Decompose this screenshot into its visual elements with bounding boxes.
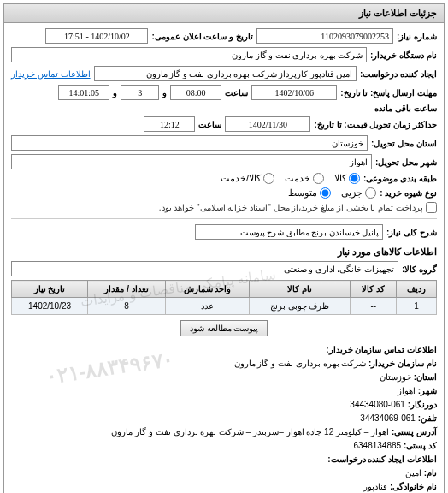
announce-input[interactable]: [45, 28, 148, 44]
radio-both-input[interactable]: [263, 173, 274, 184]
subject-type-label: طبقه بندی موضوعی:: [363, 174, 437, 183]
deadline-label: مهلت ارسال پاسخ: تا تاریخ:: [340, 88, 437, 98]
radio-low-input[interactable]: [365, 187, 376, 199]
radio-kala-label: کالا: [334, 173, 346, 184]
row-subject-type: طبقه بندی موضوعی: کالا خدمت کالا/خدمت: [11, 173, 437, 184]
radio-mid[interactable]: متوسط: [288, 187, 331, 199]
row-province: استان محل تحویل:: [11, 135, 437, 151]
contact-fax: 061-34434080: [350, 400, 405, 409]
subject-radio-group: کالا خدمت کالا/خدمت: [221, 173, 360, 184]
city-label: شهر محل تحویل:: [375, 157, 437, 167]
attachment-row: پیوست مطالعه شود: [11, 320, 437, 336]
th-qty: تعداد / مقدار: [88, 281, 166, 298]
contact-province-label: استان:: [414, 372, 437, 382]
announce-label: تاریخ و ساعت اعلان عمومی:: [151, 32, 252, 41]
group-input[interactable]: [11, 261, 398, 276]
price-deadline-label: حداکثر زمان تحویل قیمت: تا تاریخ:: [314, 120, 437, 129]
contact-link[interactable]: اطلاعات تماس خریدار: [11, 69, 91, 79]
cell-unit: عدد: [166, 298, 250, 315]
and-label-2: و: [113, 88, 117, 98]
city-input[interactable]: [11, 154, 372, 169]
contact-phone: 061-34434069: [360, 413, 416, 423]
need-title-input[interactable]: [195, 224, 383, 240]
purchase-radio-group: جزیی متوسط: [288, 187, 376, 199]
contact-title: اطلاعات تماس سازمان خریدار:: [326, 345, 437, 354]
province-label: استان محل تحویل:: [371, 139, 437, 148]
and-label: و: [162, 88, 167, 98]
requester-label: ایجاد کننده درخواست:: [360, 69, 437, 79]
province-input[interactable]: [11, 135, 368, 151]
row-need-title: شرح کلی نیاز:: [11, 224, 437, 240]
contact-postal: 6348134885: [353, 441, 401, 450]
checkbox-treasury-input[interactable]: [426, 202, 437, 213]
need-number-label: شماره نیاز:: [397, 32, 437, 41]
deadline-date-input[interactable]: [251, 85, 337, 100]
creator-lastname: قنادپور: [363, 482, 387, 491]
attachment-button[interactable]: پیوست مطالعه شود: [180, 320, 268, 336]
contact-phone-label: تلفن:: [418, 413, 437, 423]
time-label-1: ساعت: [225, 88, 248, 98]
row-group: گروه کالا:: [11, 261, 437, 276]
radio-mid-label: متوسط: [288, 187, 317, 199]
row-city: شهر محل تحویل:: [11, 154, 437, 169]
buyer-org-input[interactable]: [11, 47, 367, 62]
panel-title: جزئیات اطلاعات نیاز: [4, 4, 444, 23]
cell-code: --: [351, 298, 397, 315]
row-purchase-type: نوع شیوه خرید : جزیی متوسط پرداخت تمام ی…: [11, 187, 437, 213]
checkbox-treasury[interactable]: پرداخت تمام یا بخشی از مبلغ خرید،از محل …: [159, 202, 437, 213]
cell-row: 1: [397, 298, 437, 315]
radio-kala[interactable]: کالا: [334, 173, 360, 184]
row-deadline: مهلت ارسال پاسخ: تا تاریخ: ساعت و و ساعت…: [11, 85, 437, 113]
need-title-label: شرح کلی نیاز:: [386, 228, 437, 237]
radio-both-label: کالا/خدمت: [221, 173, 261, 184]
requester-input[interactable]: [94, 66, 357, 81]
contact-address: اهواز – کیلومتر 12 جاده اهواز –سربندر – …: [111, 427, 389, 437]
group-label: گروه کالا:: [402, 264, 437, 274]
time-label-2: ساعت: [198, 120, 221, 129]
contact-province: خوزستان: [380, 372, 411, 382]
table-row[interactable]: 1 -- ظرف چوبی برنج عدد 8 1402/10/23: [12, 298, 437, 315]
contact-org: شرکت بهره برداری نفت و گاز مارون: [234, 359, 367, 368]
need-number-input[interactable]: [256, 28, 393, 44]
buyer-org-label: نام دستگاه خریدار:: [370, 50, 437, 60]
contact-block: ۰۲۱-۸۸۳۴۹۶۷۰ اطلاعات تماس سازمان خریدار:…: [11, 343, 437, 493]
divider: [11, 218, 437, 219]
days-remaining-input[interactable]: [121, 85, 159, 100]
th-row: ردیف: [397, 281, 437, 298]
radio-low-label: جزیی: [341, 187, 363, 199]
th-code: کد کالا: [351, 281, 397, 298]
items-section-title: اطلاعات کالاهای مورد نیاز: [11, 246, 437, 258]
th-unit: واحد شمارش: [166, 281, 250, 298]
contact-fax-label: دورنگار:: [408, 400, 437, 409]
row-requester: ایجاد کننده درخواست: اطلاعات تماس خریدار: [11, 66, 437, 81]
radio-service-label: خدمت: [285, 173, 310, 184]
price-deadline-time-input[interactable]: [144, 116, 195, 132]
radio-service[interactable]: خدمت: [285, 173, 324, 184]
radio-both[interactable]: کالا/خدمت: [221, 173, 274, 184]
row-buyer-org: نام دستگاه خریدار:: [11, 47, 437, 62]
table-wrapper: سامانه پیامکی مناقصات و مزایدات ردیف کد …: [11, 280, 437, 315]
purchase-note: پرداخت تمام یا بخشی از مبلغ خرید،از محل …: [159, 203, 423, 212]
table-header-row: ردیف کد کالا نام کالا واحد شمارش تعداد /…: [12, 281, 437, 298]
deadline-time-input[interactable]: [170, 85, 221, 100]
creator-lastname-label: نام خانوادگی:: [390, 482, 437, 491]
purchase-type-label: نوع شیوه خرید :: [380, 188, 437, 198]
th-name: نام کالا: [249, 281, 350, 298]
details-panel: جزئیات اطلاعات نیاز شماره نیاز: تاریخ و …: [3, 3, 445, 493]
contact-city: اهواز: [398, 386, 416, 395]
radio-mid-input[interactable]: [320, 187, 331, 199]
contact-org-label: نام سازمان خریدار:: [368, 359, 437, 368]
contact-city-label: شهر:: [418, 386, 437, 395]
cell-name: ظرف چوبی برنج: [249, 298, 350, 315]
radio-service-input[interactable]: [313, 173, 324, 184]
remaining-time-input[interactable]: [58, 85, 109, 100]
price-deadline-date-input[interactable]: [225, 116, 310, 132]
radio-kala-input[interactable]: [349, 173, 360, 184]
creator-name-label: نام:: [424, 468, 437, 478]
creator-title: اطلاعات ایجاد کننده درخواست:: [327, 454, 437, 464]
radio-low[interactable]: جزیی: [341, 187, 376, 199]
creator-name: امین: [405, 468, 421, 478]
cell-qty: 8: [88, 298, 166, 315]
row-price-deadline: حداکثر زمان تحویل قیمت: تا تاریخ: ساعت: [11, 116, 437, 132]
row-need-number: شماره نیاز: تاریخ و ساعت اعلان عمومی:: [11, 28, 437, 44]
